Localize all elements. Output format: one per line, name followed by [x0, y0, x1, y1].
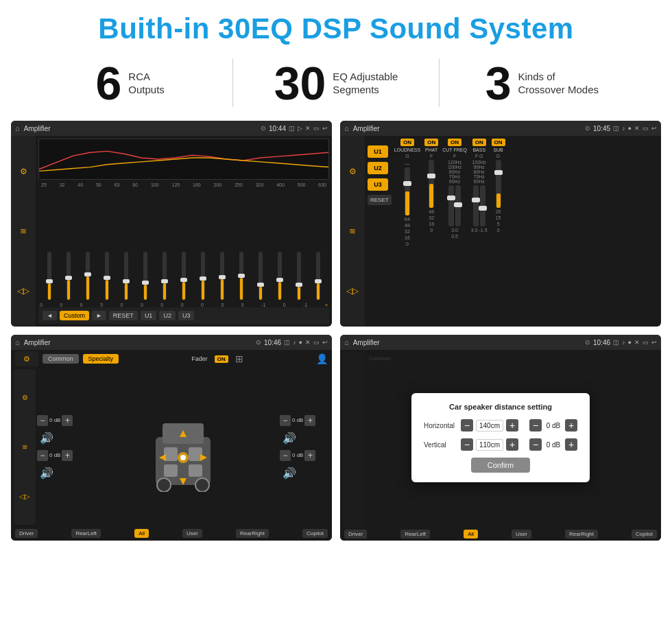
dist-rearright-btn[interactable]: RearRight: [565, 530, 598, 539]
eq-slider-4[interactable]: [124, 252, 128, 300]
screen-spk-body: ⚙ Common Specialty Fader ON ⊞ 👤 ⚙ ≋ ◁▷: [11, 350, 332, 541]
dist-driver-btn[interactable]: Driver: [344, 530, 367, 539]
amp-u1-btn[interactable]: U1: [368, 145, 388, 158]
close-icon-4[interactable]: ✕: [634, 339, 640, 346]
home-icon[interactable]: ⌂: [15, 124, 20, 132]
back-icon-2[interactable]: ↩: [651, 125, 657, 132]
cutfreq-fader-1[interactable]: [448, 185, 454, 226]
spk-db1-minus[interactable]: −: [37, 415, 48, 426]
spk-driver-btn[interactable]: Driver: [15, 529, 38, 538]
spk-db4-minus[interactable]: −: [280, 450, 291, 461]
home-icon-3[interactable]: ⌂: [15, 338, 20, 346]
eq-slider-8[interactable]: [201, 252, 205, 300]
spk-gear-icon[interactable]: ⚙: [23, 355, 30, 364]
spk-wave-icon[interactable]: ≋: [22, 443, 27, 451]
dist-user-btn[interactable]: User: [512, 530, 531, 539]
phat-mid: 32: [429, 215, 434, 220]
spk-car-diagram: [88, 369, 278, 525]
sub-sub: G: [496, 154, 500, 158]
back-icon-3[interactable]: ↩: [322, 339, 328, 346]
eq-slider-14[interactable]: [316, 252, 320, 300]
eq-prev-button[interactable]: ◄: [43, 311, 57, 320]
eq-sidebar-icon-1[interactable]: ⚙: [20, 167, 27, 176]
minimize-icon-2[interactable]: ▭: [643, 125, 649, 132]
back-icon-4[interactable]: ↩: [651, 339, 657, 346]
eq-sidebar-icon-2[interactable]: ≋: [20, 226, 27, 236]
amp-u3-btn[interactable]: U3: [368, 178, 388, 191]
eq-slider-6[interactable]: [163, 252, 167, 300]
eq-u3-button[interactable]: U3: [178, 311, 195, 320]
bass-fader-1[interactable]: [473, 185, 479, 226]
cutfreq-fader-2[interactable]: [455, 185, 461, 226]
horiz-db-plus[interactable]: +: [565, 419, 577, 432]
minimize-icon[interactable]: ▭: [313, 125, 320, 132]
spk-settings-icon: ⚙: [15, 351, 38, 366]
loudness-fader[interactable]: [405, 167, 410, 215]
vert-db-plus[interactable]: +: [565, 438, 577, 451]
close-icon[interactable]: ✕: [305, 125, 311, 132]
spk-db4-plus[interactable]: +: [304, 450, 315, 461]
eq-slider-13[interactable]: [297, 252, 301, 300]
spk-rearright-btn[interactable]: RearRight: [236, 529, 269, 538]
confirm-button[interactable]: Confirm: [471, 458, 531, 473]
horizontal-plus[interactable]: +: [506, 419, 518, 432]
spk-rearleft-btn[interactable]: RearLeft: [71, 529, 101, 538]
amp-sidebar-eq-icon[interactable]: ⚙: [349, 167, 357, 176]
eq-slider-12[interactable]: [278, 252, 282, 300]
eq-slider-7[interactable]: [182, 252, 186, 300]
amp-reset-btn[interactable]: RESET: [368, 195, 392, 205]
vertical-plus[interactable]: +: [506, 438, 518, 451]
close-icon-2[interactable]: ✕: [634, 125, 640, 132]
spk-db1-plus[interactable]: +: [62, 415, 73, 426]
spk-tabs-bar: ⚙ Common Specialty Fader ON ⊞ 👤: [11, 350, 332, 368]
spk-copilot-btn[interactable]: Copilot: [302, 529, 328, 538]
eq-next-button[interactable]: ►: [92, 311, 106, 320]
home-icon-4[interactable]: ⌂: [344, 338, 349, 346]
minimize-icon-4[interactable]: ▭: [643, 339, 649, 346]
spk-db2-plus[interactable]: +: [62, 450, 73, 461]
vertical-minus[interactable]: −: [461, 438, 473, 451]
fader-toggle-icon[interactable]: ⊞: [235, 353, 243, 364]
dist-copilot-btn[interactable]: Copilot: [632, 530, 657, 539]
spk-eq-icon[interactable]: ⚙: [22, 394, 28, 401]
spk-speaker-icon[interactable]: ◁▷: [19, 493, 30, 500]
spk-db3-minus[interactable]: −: [280, 415, 291, 426]
amp-u2-btn[interactable]: U2: [368, 162, 388, 174]
freq-label: 500: [298, 182, 306, 187]
spk-specialty-tab[interactable]: Specialty: [83, 354, 119, 364]
horizontal-minus[interactable]: −: [461, 419, 473, 432]
eq-slider-0[interactable]: [47, 252, 51, 300]
dist-all-btn[interactable]: All: [464, 530, 478, 539]
eq-slider-10[interactable]: [239, 252, 243, 300]
spk-common-tab[interactable]: Common: [43, 354, 79, 364]
home-icon-2[interactable]: ⌂: [344, 124, 349, 132]
camera-icon: ◫: [289, 125, 295, 132]
spk-user-btn[interactable]: User: [182, 529, 202, 538]
spk-db3-plus[interactable]: +: [304, 415, 315, 426]
close-icon-3[interactable]: ✕: [305, 339, 311, 346]
eq-slider-3[interactable]: [105, 252, 109, 300]
eq-sidebar-icon-3[interactable]: ◁▷: [17, 286, 29, 296]
amp-sidebar-speaker-icon[interactable]: ◁▷: [346, 286, 359, 296]
amp-sidebar-wave-icon[interactable]: ≋: [349, 226, 356, 236]
spk-all-btn[interactable]: All: [134, 529, 149, 538]
back-icon[interactable]: ↩: [322, 125, 328, 132]
minimize-icon-3[interactable]: ▭: [313, 339, 320, 346]
eq-slider-9[interactable]: [220, 252, 224, 300]
eq-slider-11[interactable]: [259, 252, 263, 300]
eq-u1-button[interactable]: U1: [141, 311, 157, 320]
horiz-db-minus[interactable]: −: [529, 419, 542, 432]
eq-reset-button[interactable]: RESET: [109, 311, 138, 320]
eq-custom-button[interactable]: Custom: [60, 311, 89, 320]
spk-db2-minus[interactable]: −: [37, 450, 48, 461]
phat-fader[interactable]: [429, 160, 434, 208]
eq-u2-button[interactable]: U2: [159, 311, 176, 320]
eq-slider-5[interactable]: [143, 252, 147, 300]
bass-fader-2[interactable]: [480, 185, 485, 226]
vert-db-minus[interactable]: −: [529, 438, 542, 451]
eq-slider-2[interactable]: [86, 252, 90, 300]
dist-rearleft-btn[interactable]: RearLeft: [400, 530, 430, 539]
eq-slider-1[interactable]: [67, 252, 71, 300]
spk-user-icon[interactable]: 👤: [316, 353, 328, 364]
sub-fader[interactable]: [496, 160, 501, 208]
